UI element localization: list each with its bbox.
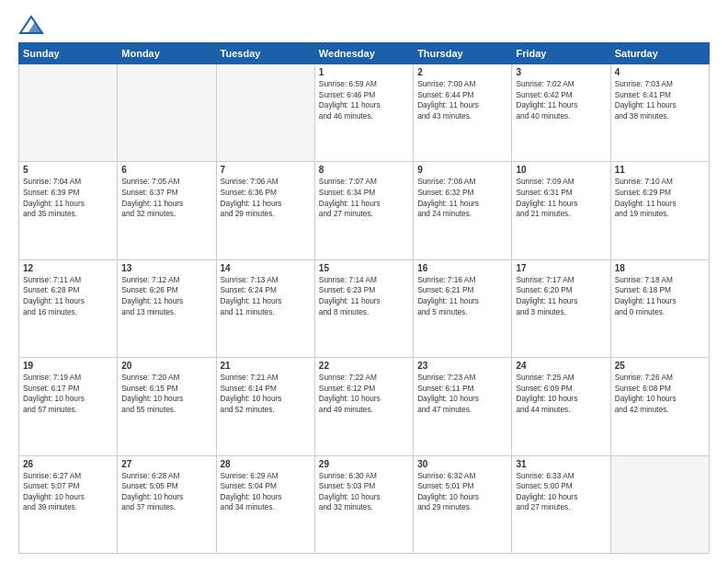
weekday-saturday: Saturday (610, 43, 709, 64)
day-info: Sunrise: 7:00 AM Sunset: 6:44 PM Dayligh… (417, 79, 507, 121)
day-number: 15 (319, 263, 409, 273)
calendar-cell: 23Sunrise: 7:23 AM Sunset: 6:11 PM Dayli… (414, 358, 512, 455)
logo (18, 15, 48, 35)
day-info: Sunrise: 7:25 AM Sunset: 6:09 PM Dayligh… (516, 373, 606, 415)
day-info: Sunrise: 7:13 AM Sunset: 6:24 PM Dayligh… (221, 275, 311, 317)
calendar-cell: 11Sunrise: 7:10 AM Sunset: 6:29 PM Dayli… (610, 162, 709, 259)
day-info: Sunrise: 7:06 AM Sunset: 6:36 PM Dayligh… (221, 177, 311, 219)
page: SundayMondayTuesdayWednesdayThursdayFrid… (0, 0, 728, 563)
day-info: Sunrise: 7:22 AM Sunset: 6:12 PM Dayligh… (319, 373, 409, 415)
day-number: 21 (221, 361, 311, 371)
day-number: 1 (319, 67, 409, 77)
day-number: 8 (319, 165, 409, 175)
calendar-cell: 9Sunrise: 7:08 AM Sunset: 6:32 PM Daylig… (414, 162, 512, 259)
day-info: Sunrise: 6:59 AM Sunset: 6:46 PM Dayligh… (319, 79, 409, 121)
day-info: Sunrise: 7:12 AM Sunset: 6:26 PM Dayligh… (121, 275, 211, 317)
calendar-cell: 21Sunrise: 7:21 AM Sunset: 6:14 PM Dayli… (216, 358, 314, 455)
day-number: 7 (221, 165, 311, 175)
day-number: 31 (516, 459, 606, 469)
weekday-wednesday: Wednesday (314, 43, 413, 64)
week-row-0: 1Sunrise: 6:59 AM Sunset: 6:46 PM Daylig… (19, 64, 710, 162)
calendar-table: SundayMondayTuesdayWednesdayThursdayFrid… (18, 42, 710, 554)
day-number: 12 (23, 263, 113, 273)
day-info: Sunrise: 7:18 AM Sunset: 6:18 PM Dayligh… (615, 275, 705, 317)
calendar-cell: 5Sunrise: 7:04 AM Sunset: 6:39 PM Daylig… (19, 162, 118, 259)
calendar-cell: 28Sunrise: 6:29 AM Sunset: 5:04 PM Dayli… (216, 455, 314, 553)
day-number: 25 (615, 361, 705, 371)
calendar-cell: 4Sunrise: 7:03 AM Sunset: 6:41 PM Daylig… (610, 64, 709, 162)
day-info: Sunrise: 6:32 AM Sunset: 5:01 PM Dayligh… (417, 471, 507, 513)
day-info: Sunrise: 6:29 AM Sunset: 5:04 PM Dayligh… (221, 471, 311, 513)
calendar-cell: 1Sunrise: 6:59 AM Sunset: 6:46 PM Daylig… (314, 64, 413, 162)
logo-icon (18, 15, 44, 35)
calendar-cell: 12Sunrise: 7:11 AM Sunset: 6:28 PM Dayli… (19, 259, 118, 357)
calendar-cell: 8Sunrise: 7:07 AM Sunset: 6:34 PM Daylig… (314, 162, 413, 259)
day-number: 20 (121, 361, 211, 371)
weekday-thursday: Thursday (414, 43, 512, 64)
calendar-cell (216, 64, 314, 162)
calendar-cell: 6Sunrise: 7:05 AM Sunset: 6:37 PM Daylig… (118, 162, 216, 259)
calendar-cell: 20Sunrise: 7:20 AM Sunset: 6:15 PM Dayli… (118, 358, 216, 455)
calendar-cell: 27Sunrise: 6:28 AM Sunset: 5:05 PM Dayli… (118, 455, 216, 553)
calendar-cell (19, 64, 118, 162)
calendar-cell (118, 64, 216, 162)
day-info: Sunrise: 7:17 AM Sunset: 6:20 PM Dayligh… (516, 275, 606, 317)
day-info: Sunrise: 7:14 AM Sunset: 6:23 PM Dayligh… (319, 275, 409, 317)
calendar-cell: 17Sunrise: 7:17 AM Sunset: 6:20 PM Dayli… (512, 259, 610, 357)
calendar-cell: 15Sunrise: 7:14 AM Sunset: 6:23 PM Dayli… (314, 259, 413, 357)
day-info: Sunrise: 7:11 AM Sunset: 6:28 PM Dayligh… (23, 275, 113, 317)
calendar-cell: 30Sunrise: 6:32 AM Sunset: 5:01 PM Dayli… (414, 455, 512, 553)
calendar-cell: 24Sunrise: 7:25 AM Sunset: 6:09 PM Dayli… (512, 358, 610, 455)
svg-marker-1 (28, 22, 42, 33)
weekday-monday: Monday (118, 43, 216, 64)
day-number: 23 (417, 361, 507, 371)
calendar-cell: 3Sunrise: 7:02 AM Sunset: 6:42 PM Daylig… (512, 64, 610, 162)
calendar-cell: 7Sunrise: 7:06 AM Sunset: 6:36 PM Daylig… (216, 162, 314, 259)
day-info: Sunrise: 6:33 AM Sunset: 5:00 PM Dayligh… (516, 471, 606, 513)
day-number: 10 (516, 165, 606, 175)
day-number: 11 (615, 165, 705, 175)
calendar-cell: 26Sunrise: 6:27 AM Sunset: 5:07 PM Dayli… (19, 455, 118, 553)
calendar-cell: 13Sunrise: 7:12 AM Sunset: 6:26 PM Dayli… (118, 259, 216, 357)
day-info: Sunrise: 7:09 AM Sunset: 6:31 PM Dayligh… (516, 177, 606, 219)
day-info: Sunrise: 6:30 AM Sunset: 5:03 PM Dayligh… (319, 471, 409, 513)
day-info: Sunrise: 7:16 AM Sunset: 6:21 PM Dayligh… (417, 275, 507, 317)
calendar-cell: 10Sunrise: 7:09 AM Sunset: 6:31 PM Dayli… (512, 162, 610, 259)
day-info: Sunrise: 7:21 AM Sunset: 6:14 PM Dayligh… (221, 373, 311, 415)
calendar-cell: 19Sunrise: 7:19 AM Sunset: 6:17 PM Dayli… (19, 358, 118, 455)
day-number: 29 (319, 459, 409, 469)
day-number: 27 (121, 459, 211, 469)
day-number: 26 (23, 459, 113, 469)
calendar-cell: 31Sunrise: 6:33 AM Sunset: 5:00 PM Dayli… (512, 455, 610, 553)
calendar-cell: 25Sunrise: 7:26 AM Sunset: 6:08 PM Dayli… (610, 358, 709, 455)
calendar-cell: 16Sunrise: 7:16 AM Sunset: 6:21 PM Dayli… (414, 259, 512, 357)
day-number: 5 (23, 165, 113, 175)
day-number: 24 (516, 361, 606, 371)
day-info: Sunrise: 7:03 AM Sunset: 6:41 PM Dayligh… (615, 79, 705, 121)
calendar-cell: 22Sunrise: 7:22 AM Sunset: 6:12 PM Dayli… (314, 358, 413, 455)
week-row-4: 26Sunrise: 6:27 AM Sunset: 5:07 PM Dayli… (19, 455, 710, 553)
day-number: 13 (121, 263, 211, 273)
day-info: Sunrise: 7:20 AM Sunset: 6:15 PM Dayligh… (121, 373, 211, 415)
week-row-2: 12Sunrise: 7:11 AM Sunset: 6:28 PM Dayli… (19, 259, 710, 357)
calendar-cell: 14Sunrise: 7:13 AM Sunset: 6:24 PM Dayli… (216, 259, 314, 357)
day-info: Sunrise: 7:10 AM Sunset: 6:29 PM Dayligh… (615, 177, 705, 219)
day-number: 3 (516, 67, 606, 77)
week-row-1: 5Sunrise: 7:04 AM Sunset: 6:39 PM Daylig… (19, 162, 710, 259)
header (18, 15, 710, 35)
weekday-header-row: SundayMondayTuesdayWednesdayThursdayFrid… (19, 43, 710, 64)
day-info: Sunrise: 7:23 AM Sunset: 6:11 PM Dayligh… (417, 373, 507, 415)
weekday-tuesday: Tuesday (216, 43, 314, 64)
day-info: Sunrise: 6:27 AM Sunset: 5:07 PM Dayligh… (23, 471, 113, 513)
day-info: Sunrise: 6:28 AM Sunset: 5:05 PM Dayligh… (121, 471, 211, 513)
calendar-cell (610, 455, 709, 553)
day-number: 9 (417, 165, 507, 175)
day-number: 14 (221, 263, 311, 273)
day-info: Sunrise: 7:02 AM Sunset: 6:42 PM Dayligh… (516, 79, 606, 121)
day-number: 30 (417, 459, 507, 469)
calendar-cell: 18Sunrise: 7:18 AM Sunset: 6:18 PM Dayli… (610, 259, 709, 357)
day-info: Sunrise: 7:26 AM Sunset: 6:08 PM Dayligh… (615, 373, 705, 415)
calendar-cell: 29Sunrise: 6:30 AM Sunset: 5:03 PM Dayli… (314, 455, 413, 553)
day-number: 18 (615, 263, 705, 273)
day-number: 22 (319, 361, 409, 371)
